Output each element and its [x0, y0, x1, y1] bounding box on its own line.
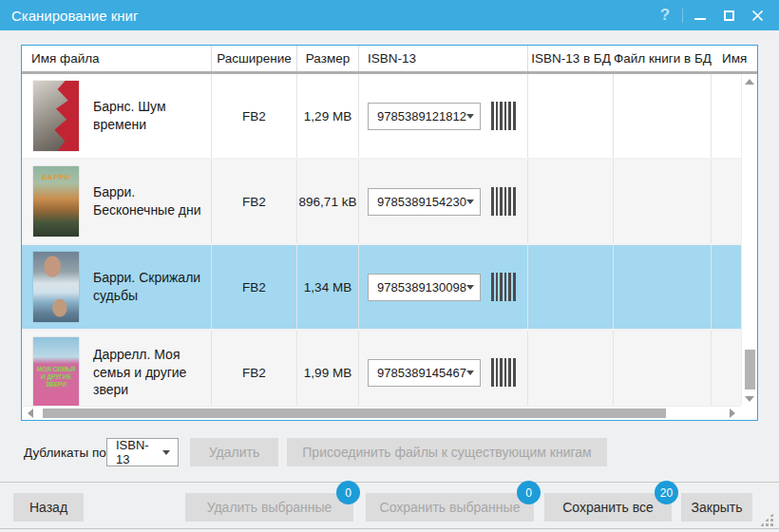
book-cover: МОЯ СЕМЬЯ И ДРУГИЕ ЗВЕРИ [33, 337, 79, 406]
isbn-value: 9785389121812 [377, 109, 466, 124]
back-button[interactable]: Назад [13, 493, 84, 522]
table-row[interactable]: МОЯ СЕМЬЯ И ДРУГИЕ ЗВЕРИ Даррелл. Моя се… [22, 331, 741, 406]
minimize-icon [694, 18, 706, 20]
attach-files-button[interactable]: Присоединить файлы к существующим книгам [287, 438, 607, 466]
column-header-file-db: Файл книги в БД [614, 46, 712, 71]
chevron-down-icon [466, 200, 474, 204]
barcode-icon[interactable] [491, 273, 516, 301]
delete-selected-button[interactable]: Удалить выбранные 0 [185, 493, 353, 522]
table-row[interactable]: БАРРИ Барри. Бесконечные дни FB2 896,71 … [22, 160, 741, 245]
window-title: Сканирование книг [11, 8, 138, 24]
isbn-db-cell [528, 74, 614, 158]
file-name-text: Барнс. Шум времени [93, 98, 203, 134]
table-row[interactable]: Барри. Скрижали судьбы FB2 1,34 MB 97853… [22, 245, 741, 331]
horizontal-scrollbar-thumb[interactable] [43, 408, 666, 418]
delete-selected-count-badge: 0 [336, 481, 360, 504]
extension-cell: FB2 [212, 331, 297, 406]
column-header-file-name: Имя файла [22, 46, 212, 71]
delete-selected-label: Удалить выбранные [207, 500, 332, 515]
save-selected-count-badge: 0 [517, 481, 541, 504]
book-cover-text: БАРРИ [33, 173, 79, 181]
book-cover [33, 81, 79, 151]
extension-cell: FB2 [212, 245, 297, 329]
minimize-button[interactable] [686, 0, 714, 30]
titlebar-buttons: ? [651, 0, 771, 30]
column-header-size: Размер [297, 46, 359, 71]
help-icon: ? [660, 6, 670, 25]
isbn-cell: 9785389130098 [359, 245, 528, 329]
help-button[interactable]: ? [651, 0, 679, 30]
titlebar: Сканирование книг ? [0, 0, 779, 30]
file-db-cell [614, 245, 712, 329]
horizontal-scrollbar[interactable] [22, 406, 741, 420]
maximize-icon [724, 10, 734, 21]
book-cover [33, 252, 79, 322]
close-icon [751, 10, 764, 22]
scroll-up-icon[interactable] [745, 79, 754, 85]
isbn-dropdown[interactable]: 9785389154230 [368, 188, 481, 216]
books-table: Имя файла Расширение Размер ISBN-13 ISBN… [21, 45, 758, 421]
titlebar-divider [682, 9, 683, 23]
delete-duplicates-button[interactable]: Удалить [190, 438, 278, 466]
save-all-label: Сохранить все [562, 500, 654, 515]
vertical-scrollbar[interactable] [741, 74, 757, 406]
column-header-isbn13: ISBN-13 [359, 46, 528, 71]
file-db-cell [614, 74, 712, 158]
file-name-cell: МОЯ СЕМЬЯ И ДРУГИЕ ЗВЕРИ Даррелл. Моя се… [22, 331, 212, 406]
scroll-left-icon[interactable] [28, 408, 33, 418]
column-header-extension: Расширение [212, 46, 297, 71]
file-name-cell: Барнс. Шум времени [22, 74, 212, 158]
isbn-value: 9785389130098 [377, 280, 466, 294]
name-db-cell [712, 160, 741, 243]
isbn-cell: 9785389154230 [359, 160, 528, 243]
name-db-cell [712, 331, 741, 406]
size-cell: 1,34 MB [297, 245, 359, 329]
save-selected-button[interactable]: Сохранить выбранные 0 [366, 493, 534, 522]
isbn-dropdown[interactable]: 9785389121812 [368, 103, 481, 130]
close-dialog-button[interactable]: Закрыть [681, 493, 752, 522]
barcode-icon[interactable] [491, 102, 516, 130]
isbn-value: 9785389154230 [377, 195, 466, 209]
isbn-db-cell [528, 331, 614, 406]
file-name-text: Барри. Бесконечные дни [93, 183, 203, 219]
chevron-down-icon [466, 370, 474, 375]
isbn-db-cell [528, 245, 614, 329]
isbn-db-cell [528, 160, 614, 243]
book-cover-text: МОЯ СЕМЬЯ И ДРУГИЕ ЗВЕРИ [33, 366, 79, 388]
save-all-count-badge: 20 [655, 481, 678, 504]
book-cover: БАРРИ [33, 166, 79, 237]
name-db-cell [712, 245, 741, 329]
barcode-icon[interactable] [491, 358, 516, 387]
chevron-down-icon [466, 285, 474, 290]
duplicates-dropdown-value: ISBN-13 [116, 438, 162, 466]
file-name-text: Барри. Скрижали судьбы [93, 269, 203, 305]
size-cell: 1,99 MB [297, 331, 359, 406]
table-header: Имя файла Расширение Размер ISBN-13 ISBN… [22, 46, 757, 74]
duplicates-dropdown[interactable]: ISBN-13 [106, 438, 179, 466]
chevron-down-icon [162, 450, 170, 455]
size-cell: 1,29 MB [297, 74, 359, 158]
isbn-value: 9785389145467 [377, 366, 466, 380]
table-row[interactable]: Барнс. Шум времени FB2 1,29 MB 978538912… [22, 74, 741, 160]
maximize-button[interactable] [714, 0, 743, 30]
isbn-cell: 9785389121812 [359, 74, 528, 158]
file-name-cell: БАРРИ Барри. Бесконечные дни [22, 160, 212, 243]
close-button[interactable] [743, 0, 771, 30]
extension-cell: FB2 [212, 74, 297, 158]
window-bottom-edge [0, 528, 779, 529]
vertical-scrollbar-thumb[interactable] [745, 350, 755, 390]
file-db-cell [614, 160, 712, 243]
scroll-right-icon[interactable] [730, 408, 735, 418]
isbn-cell: 9785389145467 [359, 331, 528, 406]
isbn-dropdown[interactable]: 9785389145467 [368, 359, 481, 387]
barcode-icon[interactable] [491, 187, 516, 216]
duplicates-label: Дубликаты по: [24, 446, 110, 460]
file-name-cell: Барри. Скрижали судьбы [22, 245, 212, 329]
save-all-button[interactable]: Сохранить все 20 [544, 493, 672, 522]
column-header-name-db: Имя [712, 46, 757, 71]
extension-cell: FB2 [212, 160, 297, 243]
column-header-isbn13-db: ISBN-13 в БД [528, 46, 614, 71]
resize-grip[interactable] [760, 513, 773, 526]
isbn-dropdown[interactable]: 9785389130098 [368, 274, 481, 301]
scroll-down-icon[interactable] [745, 396, 754, 402]
